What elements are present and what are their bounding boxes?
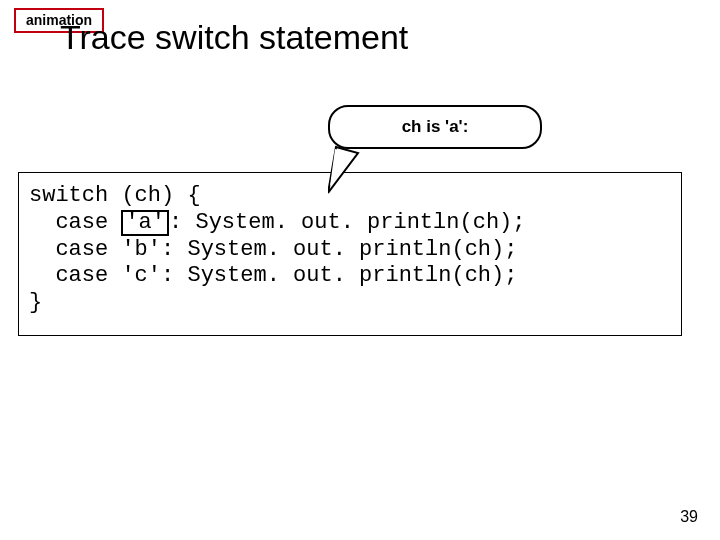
- code-line-2b: : System. out. println(ch);: [169, 210, 525, 235]
- highlighted-case-a: 'a': [121, 210, 169, 236]
- svg-marker-1: [330, 149, 354, 186]
- code-line-2a: case: [29, 210, 121, 235]
- page-number: 39: [680, 508, 698, 526]
- code-line-1: switch (ch) {: [29, 183, 201, 208]
- code-line-4: case 'c': System. out. println(ch);: [29, 263, 517, 288]
- callout-text: ch is 'a':: [402, 117, 469, 137]
- slide-title: Trace switch statement: [60, 18, 408, 57]
- code-line-3: case 'b': System. out. println(ch);: [29, 237, 517, 262]
- code-line-5: }: [29, 290, 42, 315]
